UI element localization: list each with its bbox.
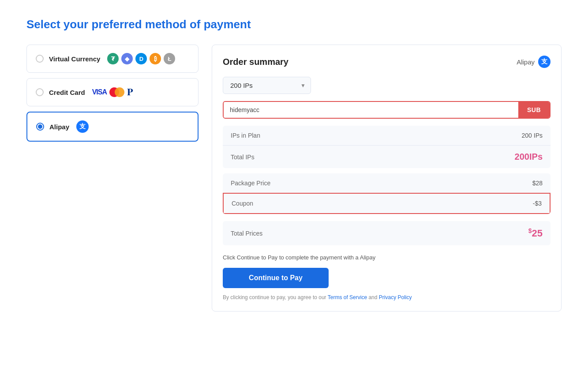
payment-label-credit-card: Credit Card	[49, 89, 85, 96]
dash-icon: D	[135, 53, 147, 64]
ips-in-plan-row: IPs in Plan 200 IPs	[223, 126, 551, 145]
coupon-input[interactable]	[224, 102, 518, 118]
paypal-icon: 𝐏	[127, 86, 133, 98]
privacy-policy-link[interactable]: Privacy Policy	[379, 294, 412, 300]
order-summary-panel: Order summary Alipay 支 200 IPs 100 IPs 5…	[212, 45, 562, 311]
order-header: Order summary Alipay 支	[223, 56, 551, 68]
coupon-submit-button[interactable]: SUB	[518, 102, 550, 118]
card-icons: VISA 𝐏	[92, 86, 133, 98]
radio-credit-card	[36, 88, 44, 96]
coupon-discount-value: -$3	[533, 200, 542, 207]
bitcoin-icon: ₿	[150, 53, 161, 64]
mastercard-icon	[109, 87, 124, 97]
total-prices-label: Total Prices	[231, 230, 262, 237]
ips-in-plan-value: 200 IPs	[522, 132, 543, 139]
total-ips-label: Total IPs	[231, 154, 255, 161]
ip-select[interactable]: 200 IPs 100 IPs 500 IPs 1000 IPs	[223, 77, 311, 94]
visa-icon: VISA	[92, 88, 107, 96]
ethereum-icon: ◆	[121, 53, 133, 64]
tether-icon: ₮	[107, 53, 119, 64]
coupon-row: Coupon -$3	[223, 193, 551, 214]
payment-option-alipay[interactable]: Alipay 支	[26, 112, 198, 142]
order-summary-title: Order summary	[223, 57, 288, 67]
litecoin-icon: Ł	[164, 53, 175, 64]
package-price-label: Package Price	[231, 180, 270, 187]
page-title: Select your preferred method of payment	[26, 18, 562, 31]
alipay-icon: 支	[76, 120, 89, 133]
coupon-label: Coupon	[232, 200, 253, 207]
terms-text: By clicking continue to pay, you agree t…	[223, 294, 551, 300]
total-prices-value: $25	[528, 227, 543, 239]
total-amount: 25	[532, 228, 543, 239]
package-price-value: $28	[532, 180, 543, 187]
coupon-container: SUB	[223, 101, 551, 119]
package-price-row: Package Price $28	[223, 173, 551, 193]
ips-summary-table: IPs in Plan 200 IPs Total IPs 200IPs	[223, 126, 551, 168]
ip-selector-container: 200 IPs 100 IPs 500 IPs 1000 IPs ▼	[223, 77, 311, 94]
crypto-icons: ₮ ◆ D ₿ Ł	[107, 53, 175, 64]
continue-to-pay-button[interactable]: Continue to Pay	[223, 268, 329, 288]
payment-option-credit-card[interactable]: Credit Card VISA 𝐏	[26, 78, 198, 106]
payment-note: Click Continue to Pay to complete the pa…	[223, 254, 551, 261]
order-header-method: Alipay	[517, 58, 535, 66]
total-ips-value: 200IPs	[515, 152, 543, 162]
ips-in-plan-label: IPs in Plan	[231, 132, 260, 139]
price-summary-table: Package Price $28 Coupon -$3	[223, 173, 551, 214]
total-ips-row: Total IPs 200IPs	[223, 145, 551, 168]
main-layout: Virtual Currency ₮ ◆ D ₿ Ł Credit Card V…	[26, 45, 562, 311]
total-row: Total Prices $25	[223, 221, 551, 245]
payment-label-alipay: Alipay	[49, 123, 69, 131]
order-header-alipay-icon: 支	[538, 56, 551, 68]
payment-option-virtual-currency[interactable]: Virtual Currency ₮ ◆ D ₿ Ł	[26, 45, 198, 73]
payment-label-virtual-currency: Virtual Currency	[49, 55, 100, 63]
dollar-sign: $	[528, 227, 532, 234]
payment-methods-panel: Virtual Currency ₮ ◆ D ₿ Ł Credit Card V…	[26, 45, 198, 142]
terms-of-service-link[interactable]: Terms of Service	[328, 294, 367, 300]
radio-virtual-currency	[36, 55, 44, 63]
alipay-icons: 支	[76, 120, 89, 133]
radio-alipay	[36, 123, 44, 131]
order-header-right: Alipay 支	[517, 56, 551, 68]
